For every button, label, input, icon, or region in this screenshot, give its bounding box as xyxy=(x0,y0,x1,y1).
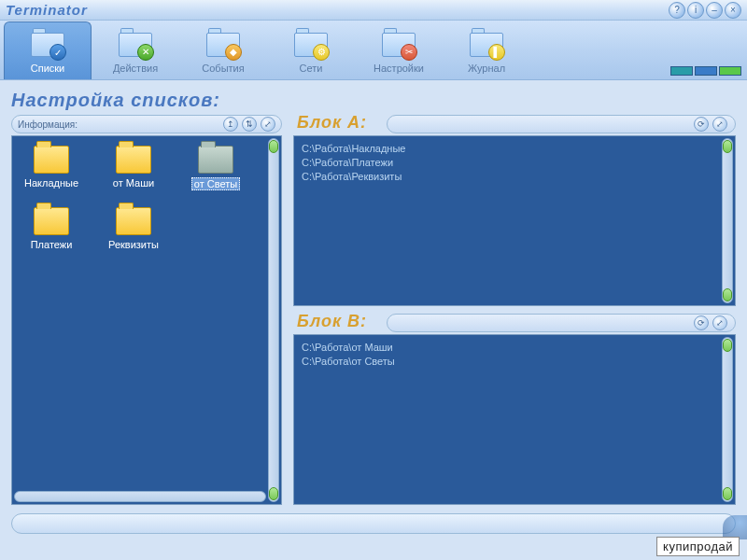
tab-badge-icon: ✂ xyxy=(401,44,417,61)
close-button[interactable]: × xyxy=(725,2,741,19)
scroll-up-icon[interactable] xyxy=(269,140,278,153)
folder-icon xyxy=(116,207,151,235)
status-bar xyxy=(11,513,736,534)
path-item[interactable]: C:\Работа\от Маши xyxy=(302,341,727,355)
tab-действия[interactable]: ✕ Действия xyxy=(92,21,179,79)
block-a-list[interactable]: C:\Работа\НакладныеC:\Работа\ПлатежиC:\Р… xyxy=(293,135,736,306)
page-title: Настройка списков: xyxy=(11,90,736,111)
folder-icon: ▌ xyxy=(468,27,505,61)
tab-события[interactable]: ◆ События xyxy=(179,21,267,79)
tab-label: Журнал xyxy=(468,63,505,74)
tab-label: Действия xyxy=(113,63,158,74)
tab-списки[interactable]: ✓ Списки xyxy=(4,21,92,79)
folder-icon: ✂ xyxy=(380,27,417,61)
folder-item[interactable]: Платежи xyxy=(21,207,81,250)
tab-label: Сети xyxy=(300,63,323,74)
scroll-down-icon[interactable] xyxy=(723,288,732,301)
tab-сети[interactable]: ⚙ Сети xyxy=(267,21,355,79)
path-item[interactable]: C:\Работа\Платежи xyxy=(302,156,727,170)
block-a-scrollbar[interactable] xyxy=(722,138,733,303)
folder-icon xyxy=(34,146,69,174)
indicator-1 xyxy=(670,66,693,76)
help-button[interactable]: ? xyxy=(669,2,685,19)
scroll-down-icon[interactable] xyxy=(269,487,278,500)
tab-label: Настройки xyxy=(374,63,424,74)
block-a-toolbar: ⟳ ⤢ xyxy=(387,115,736,133)
folder-label: от Светы xyxy=(191,177,240,190)
tab-журнал[interactable]: ▌ Журнал xyxy=(443,21,530,79)
indicator-2 xyxy=(695,66,717,76)
scroll-up-icon[interactable] xyxy=(723,339,732,352)
folder-item[interactable]: от Маши xyxy=(104,146,163,190)
tab-badge-icon: ✕ xyxy=(137,44,154,61)
minimize-button[interactable]: – xyxy=(706,2,723,19)
info-panel: Информация: ↥ ⇅ ⤢ Накладные от Маши от С… xyxy=(11,115,282,505)
folder-icon: ⚙ xyxy=(292,27,330,61)
block-b-title: Блок B: xyxy=(297,312,367,331)
folder-browser[interactable]: Накладные от Маши от Светы Платежи Рекви… xyxy=(11,135,282,505)
tab-настройки[interactable]: ✂ Настройки xyxy=(355,21,443,79)
block-b-toolbar: ⟳ ⤢ xyxy=(387,314,736,332)
indicator-3 xyxy=(719,66,741,76)
scroll-down-icon[interactable] xyxy=(723,487,732,500)
block-b-refresh-button[interactable]: ⟳ xyxy=(694,315,709,330)
folder-item[interactable]: Накладные xyxy=(21,146,81,190)
folder-label: Платежи xyxy=(31,239,73,250)
folder-icon: ✓ xyxy=(29,27,66,61)
block-b-list[interactable]: C:\Работа\от МашиC:\Работа\от Светы xyxy=(293,334,736,505)
scroll-up-icon[interactable] xyxy=(723,140,732,153)
block-a-refresh-button[interactable]: ⟳ xyxy=(694,117,709,132)
block-b: Блок B: ⟳ ⤢ C:\Работа\от МашиC:\Работа\о… xyxy=(293,314,736,505)
block-a-expand-button[interactable]: ⤢ xyxy=(712,117,727,132)
block-a-title: Блок A: xyxy=(297,113,367,133)
main-toolbar: ✓ Списки ✕ Действия ◆ События ⚙ Сети ✂ Н… xyxy=(0,21,747,80)
watermark: купипродай xyxy=(656,537,740,556)
tab-badge-icon: ◆ xyxy=(225,44,242,61)
folder-item[interactable]: от Светы xyxy=(186,146,246,190)
block-b-expand-button[interactable]: ⤢ xyxy=(712,315,727,330)
folder-label: от Маши xyxy=(113,177,154,189)
content-area: Настройка списков: Информация: ↥ ⇅ ⤢ Нак… xyxy=(0,80,747,519)
block-b-scrollbar[interactable] xyxy=(722,337,733,502)
tab-badge-icon: ⚙ xyxy=(313,44,330,61)
path-item[interactable]: C:\Работа\Реквизиты xyxy=(302,170,727,184)
path-item[interactable]: C:\Работа\от Светы xyxy=(302,355,727,369)
block-a: Блок A: ⟳ ⤢ C:\Работа\НакладныеC:\Работа… xyxy=(293,115,736,306)
nav-up-button[interactable]: ↥ xyxy=(223,117,238,132)
folder-icon: ◆ xyxy=(204,27,242,61)
blocks-panel: Блок A: ⟳ ⤢ C:\Работа\НакладныеC:\Работа… xyxy=(293,115,736,505)
folder-label: Накладные xyxy=(24,177,78,189)
tab-label: События xyxy=(202,63,244,74)
folder-icon xyxy=(198,146,233,174)
app-title: Terminator xyxy=(6,2,88,18)
path-item[interactable]: C:\Работа\Накладные xyxy=(302,142,727,156)
tab-badge-icon: ▌ xyxy=(488,44,505,61)
tab-badge-icon: ✓ xyxy=(49,44,66,61)
info-panel-label: Информация: xyxy=(18,119,78,130)
vertical-scrollbar[interactable] xyxy=(268,138,279,502)
sort-button[interactable]: ⇅ xyxy=(242,117,257,132)
folder-item[interactable]: Реквизиты xyxy=(104,207,163,250)
titlebar: Terminator ? i – × xyxy=(0,0,747,21)
status-indicators xyxy=(670,66,741,76)
tab-label: Списки xyxy=(31,63,65,74)
folder-icon xyxy=(116,146,151,174)
info-panel-header: Информация: ↥ ⇅ ⤢ xyxy=(11,115,282,133)
window-controls: ? i – × xyxy=(669,2,741,19)
horizontal-scrollbar[interactable] xyxy=(14,491,266,502)
expand-button[interactable]: ⤢ xyxy=(261,117,275,132)
info-button[interactable]: i xyxy=(687,2,704,19)
folder-label: Реквизиты xyxy=(108,239,159,250)
folder-icon: ✕ xyxy=(117,27,154,61)
folder-icon xyxy=(34,207,69,235)
